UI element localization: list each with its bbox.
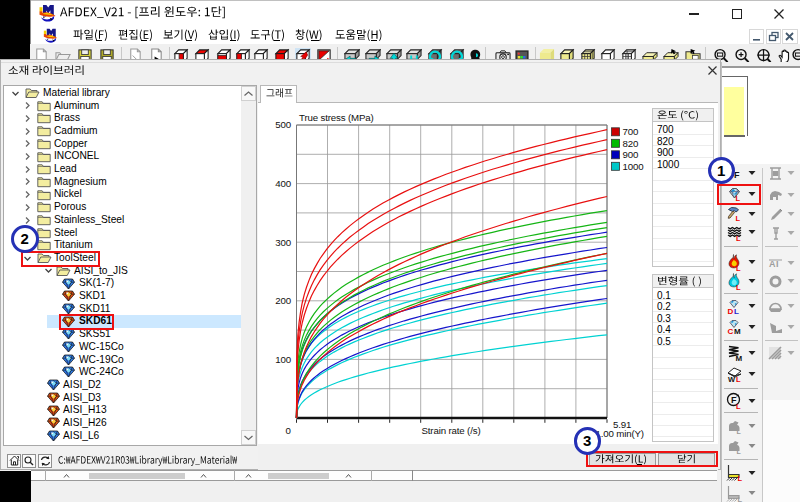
svg-text:L: L <box>738 474 743 481</box>
svg-text:300: 300 <box>275 236 291 247</box>
svg-text:L: L <box>736 282 741 290</box>
svg-text:1.00 min(Y): 1.00 min(Y) <box>596 427 644 438</box>
svg-text:900: 900 <box>623 149 639 160</box>
svg-text:Strain rate (/s): Strain rate (/s) <box>422 425 481 436</box>
svg-text:400: 400 <box>275 178 291 189</box>
svg-text:M: M <box>734 327 741 335</box>
svg-text:820: 820 <box>623 137 639 148</box>
svg-text:700: 700 <box>623 126 639 137</box>
svg-text:L: L <box>737 428 742 435</box>
svg-text:L: L <box>736 233 741 241</box>
svg-text:L: L <box>737 448 742 455</box>
svg-text:W: W <box>728 375 736 383</box>
svg-text:L: L <box>736 375 741 383</box>
svg-text:L: L <box>736 214 741 222</box>
svg-text:L: L <box>736 402 741 410</box>
svg-text:L: L <box>736 263 741 271</box>
svg-text:L: L <box>738 494 743 501</box>
svg-text:M: M <box>736 354 743 362</box>
svg-text:L: L <box>734 307 739 315</box>
svg-text:D: D <box>728 307 734 315</box>
svg-text:500: 500 <box>275 119 291 130</box>
svg-text:True stress (MPa): True stress (MPa) <box>299 111 374 122</box>
svg-text:0: 0 <box>286 425 292 436</box>
svg-text:100: 100 <box>275 353 291 364</box>
svg-text:1000: 1000 <box>623 160 645 171</box>
svg-text:C: C <box>728 327 734 335</box>
svg-text:200: 200 <box>275 295 291 306</box>
